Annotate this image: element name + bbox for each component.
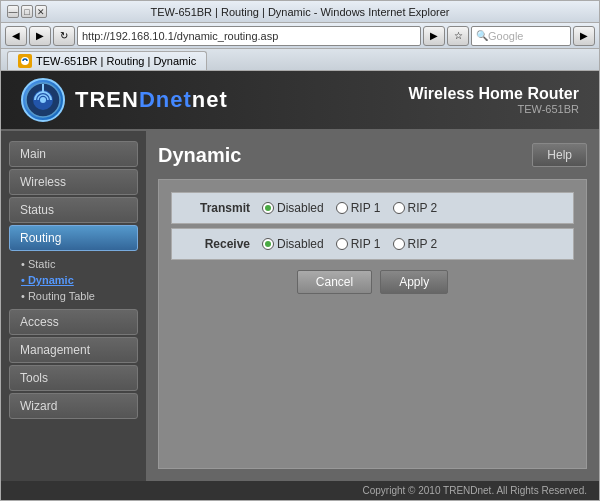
router-ui: TRENDnetnet Wireless Home Router TEW-651…	[1, 71, 599, 500]
receive-rip2-radio[interactable]	[393, 238, 405, 250]
refresh-button[interactable]: ↻	[53, 26, 75, 46]
go-button[interactable]: ▶	[423, 26, 445, 46]
transmit-disabled[interactable]: Disabled	[262, 201, 324, 215]
main-content: Dynamic Help Transmit Disabled	[146, 131, 599, 481]
back-button[interactable]: ◀	[5, 26, 27, 46]
content-panel: Transmit Disabled RIP 1	[158, 179, 587, 469]
sidebar-item-access[interactable]: Access	[9, 309, 138, 335]
address-bar[interactable]: http://192.168.10.1/dynamic_routing.asp	[77, 26, 421, 46]
sidebar-item-main[interactable]: Main	[9, 141, 138, 167]
close-button[interactable]: ✕	[35, 5, 47, 18]
router-body: Main Wireless Status Routing • Static • …	[1, 131, 599, 481]
transmit-rip2[interactable]: RIP 2	[393, 201, 438, 215]
search-go-button[interactable]: ▶	[573, 26, 595, 46]
search-logo: 🔍	[476, 30, 488, 41]
transmit-row: Transmit Disabled RIP 1	[171, 192, 574, 224]
brand-logo-icon	[21, 78, 65, 122]
sidebar-item-wizard[interactable]: Wizard	[9, 393, 138, 419]
svg-point-3	[40, 97, 46, 103]
tab-label: TEW-651BR | Routing | Dynamic	[36, 55, 196, 67]
transmit-rip1-radio[interactable]	[336, 202, 348, 214]
content-header: Dynamic Help	[158, 143, 587, 167]
routing-submenu: • Static • Dynamic • Routing Table	[1, 253, 146, 307]
forward-button[interactable]: ▶	[29, 26, 51, 46]
transmit-radio-group: Disabled RIP 1 RIP 2	[262, 201, 437, 215]
browser-tab[interactable]: TEW-651BR | Routing | Dynamic	[7, 51, 207, 70]
transmit-disabled-radio[interactable]	[262, 202, 274, 214]
tab-favicon	[18, 54, 32, 68]
sidebar-sub-dynamic[interactable]: • Dynamic	[1, 272, 146, 288]
footer: Copyright © 2010 TRENDnet. All Rights Re…	[1, 481, 599, 500]
transmit-rip2-radio[interactable]	[393, 202, 405, 214]
apply-button[interactable]: Apply	[380, 270, 448, 294]
window-title: TEW-651BR | Routing | Dynamic - Windows …	[47, 6, 553, 18]
address-text: http://192.168.10.1/dynamic_routing.asp	[82, 30, 278, 42]
sidebar-sub-routing-table[interactable]: • Routing Table	[1, 288, 146, 304]
button-row: Cancel Apply	[171, 270, 574, 294]
transmit-rip1[interactable]: RIP 1	[336, 201, 381, 215]
product-model: TEW-651BR	[408, 103, 579, 115]
search-bar[interactable]: 🔍 Google	[471, 26, 571, 46]
browser-window: — □ ✕ TEW-651BR | Routing | Dynamic - Wi…	[0, 0, 600, 501]
sidebar-item-status[interactable]: Status	[9, 197, 138, 223]
receive-rip1[interactable]: RIP 1	[336, 237, 381, 251]
sidebar: Main Wireless Status Routing • Static • …	[1, 131, 146, 481]
tab-bar: TEW-651BR | Routing | Dynamic	[1, 49, 599, 71]
receive-rip2[interactable]: RIP 2	[393, 237, 438, 251]
sidebar-item-wireless[interactable]: Wireless	[9, 169, 138, 195]
receive-rip1-radio[interactable]	[336, 238, 348, 250]
minimize-button[interactable]: —	[7, 5, 19, 18]
nav-bar: ◀ ▶ ↻ http://192.168.10.1/dynamic_routin…	[1, 23, 599, 49]
receive-radio-group: Disabled RIP 1 RIP 2	[262, 237, 437, 251]
sidebar-item-routing[interactable]: Routing	[9, 225, 138, 251]
product-name: Wireless Home Router	[408, 85, 579, 103]
product-info: Wireless Home Router TEW-651BR	[408, 85, 579, 115]
restore-button[interactable]: □	[21, 5, 33, 18]
receive-disabled-radio[interactable]	[262, 238, 274, 250]
sidebar-sub-static[interactable]: • Static	[1, 256, 146, 272]
title-bar: — □ ✕ TEW-651BR | Routing | Dynamic - Wi…	[1, 1, 599, 23]
search-placeholder: Google	[488, 30, 523, 42]
receive-row: Receive Disabled RIP 1	[171, 228, 574, 260]
receive-disabled[interactable]: Disabled	[262, 237, 324, 251]
svg-point-0	[21, 57, 29, 65]
brand-logo-text: TRENDnetnet	[75, 87, 228, 113]
cancel-button[interactable]: Cancel	[297, 270, 372, 294]
transmit-label: Transmit	[182, 201, 262, 215]
logo-area: TRENDnetnet	[21, 78, 228, 122]
copyright-text: Copyright © 2010 TRENDnet. All Rights Re…	[362, 485, 587, 496]
router-header: TRENDnetnet Wireless Home Router TEW-651…	[1, 71, 599, 131]
sidebar-item-tools[interactable]: Tools	[9, 365, 138, 391]
receive-label: Receive	[182, 237, 262, 251]
favorites-button[interactable]: ☆	[447, 26, 469, 46]
sidebar-item-management[interactable]: Management	[9, 337, 138, 363]
page-title: Dynamic	[158, 144, 241, 167]
help-button[interactable]: Help	[532, 143, 587, 167]
